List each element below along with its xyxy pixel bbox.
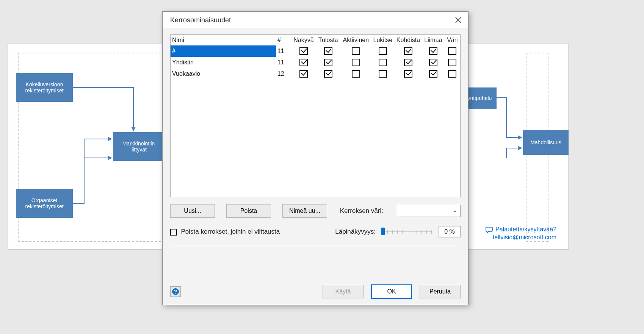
lock-checkbox[interactable] bbox=[379, 70, 387, 78]
separator bbox=[170, 246, 461, 246]
remove-unreferenced-label: Poista kerrokset, joihin ei viittausta bbox=[181, 228, 280, 235]
flow-box-label: yyntipuhelu bbox=[465, 95, 492, 101]
connector bbox=[496, 147, 526, 158]
flow-box-label: Kokeiluversioon rekisteröitymiset bbox=[17, 81, 71, 94]
col-visible[interactable]: Näkyvä bbox=[291, 35, 316, 45]
color-checkbox[interactable] bbox=[448, 47, 456, 55]
visible-checkbox[interactable] bbox=[299, 70, 308, 78]
flow-box-opportunity[interactable]: Mahdollisuus bbox=[523, 130, 569, 155]
row-name[interactable]: Vuokaavio bbox=[171, 68, 276, 80]
apply-button: Käytä bbox=[323, 285, 364, 298]
transparency-label: Läpinäkyvyys: bbox=[335, 228, 376, 236]
new-button[interactable]: Uusi... bbox=[170, 204, 215, 218]
glue-checkbox[interactable] bbox=[429, 59, 437, 66]
print-checkbox[interactable] bbox=[324, 59, 332, 66]
glue-checkbox[interactable] bbox=[429, 70, 437, 78]
connector bbox=[73, 158, 118, 207]
row-count[interactable]: 11 bbox=[276, 57, 291, 68]
lock-checkbox[interactable] bbox=[379, 59, 387, 66]
feedback-icon bbox=[486, 226, 494, 233]
snap-checkbox[interactable] bbox=[404, 47, 412, 55]
svg-text:?: ? bbox=[174, 289, 177, 295]
color-checkbox[interactable] bbox=[448, 59, 456, 66]
print-checkbox[interactable] bbox=[324, 47, 332, 55]
col-color[interactable]: Väri bbox=[445, 35, 460, 45]
transparency-value[interactable]: 0 % bbox=[439, 226, 461, 237]
row-name[interactable]: Yhdistin bbox=[171, 57, 276, 68]
remove-unreferenced-option[interactable]: Poista kerrokset, joihin ei viittausta bbox=[170, 228, 280, 236]
connector bbox=[73, 139, 118, 150]
snap-checkbox[interactable] bbox=[404, 59, 412, 66]
close-icon bbox=[455, 17, 461, 23]
column-headers: Nimi # Näkyvä Tulosta Aktiivinen Lukitse… bbox=[171, 35, 460, 45]
color-checkbox[interactable] bbox=[448, 70, 456, 78]
lock-checkbox[interactable] bbox=[379, 47, 387, 55]
row-name[interactable]: # bbox=[171, 45, 276, 57]
flow-box-trial[interactable]: Kokeiluversioon rekisteröitymiset bbox=[16, 73, 73, 102]
layer-color-combo[interactable] bbox=[397, 205, 461, 217]
layer-color-label: Kerroksen väri: bbox=[340, 207, 383, 215]
layer-properties-dialog: Kerrosominaisuudet Nimi # Näkyvä Tulosta bbox=[162, 11, 469, 305]
col-snap[interactable]: Kohdista bbox=[395, 35, 422, 45]
connector bbox=[73, 87, 141, 136]
flow-box-label: Mahdollisuus bbox=[530, 139, 561, 145]
layers-grid[interactable]: Nimi # Näkyvä Tulosta Aktiivinen Lukitse… bbox=[170, 34, 461, 197]
glue-checkbox[interactable] bbox=[429, 47, 437, 55]
table-row[interactable]: Vuokaavio12 bbox=[171, 68, 460, 80]
ok-button[interactable]: OK bbox=[371, 284, 412, 299]
connector bbox=[496, 97, 526, 143]
col-glue[interactable]: Liimaa bbox=[422, 35, 445, 45]
col-lock[interactable]: Lukitse bbox=[371, 35, 395, 45]
flow-box-marketing[interactable]: Markkinointiin liittyvät bbox=[113, 132, 164, 161]
table-row[interactable]: Yhdistin11 bbox=[171, 57, 460, 68]
delete-button[interactable]: Poista bbox=[226, 204, 271, 218]
help-icon: ? bbox=[172, 288, 179, 295]
active-checkbox[interactable] bbox=[352, 59, 360, 66]
feedback-link[interactable]: Palautetta/kysyttävää? tellvisio@microso… bbox=[486, 226, 556, 242]
row-count[interactable]: 11 bbox=[276, 45, 291, 57]
active-checkbox[interactable] bbox=[352, 47, 360, 55]
feedback-line2: tellvisio@microsoft.com bbox=[493, 234, 556, 240]
transparency-slider[interactable] bbox=[382, 228, 432, 236]
print-checkbox[interactable] bbox=[324, 70, 332, 78]
close-button[interactable] bbox=[454, 16, 463, 25]
snap-checkbox[interactable] bbox=[404, 70, 412, 78]
checkbox-icon bbox=[170, 229, 177, 236]
dialog-titlebar: Kerrosominaisuudet bbox=[163, 12, 468, 28]
feedback-line1: Palautetta/kysyttävää? bbox=[495, 226, 556, 233]
flow-box-label: Markkinointiin liittyvät bbox=[114, 140, 163, 153]
help-button[interactable]: ? bbox=[170, 286, 181, 297]
col-print[interactable]: Tulosta bbox=[316, 35, 341, 45]
col-name[interactable]: Nimi bbox=[171, 35, 276, 45]
rename-button[interactable]: Nimeä uu... bbox=[282, 204, 327, 218]
flow-box-organic[interactable]: Orgaaniset rekisteröitymiset bbox=[16, 189, 73, 218]
row-count[interactable]: 12 bbox=[276, 68, 291, 80]
col-active[interactable]: Aktiivinen bbox=[341, 35, 371, 45]
visible-checkbox[interactable] bbox=[299, 59, 308, 66]
col-count[interactable]: # bbox=[276, 35, 291, 45]
table-row[interactable]: #11 bbox=[171, 45, 460, 57]
dialog-title: Kerrosominaisuudet bbox=[170, 16, 231, 24]
cancel-button[interactable]: Peruuta bbox=[420, 285, 461, 298]
flow-box-label: Orgaaniset rekisteröitymiset bbox=[17, 197, 71, 209]
active-checkbox[interactable] bbox=[352, 70, 360, 78]
visible-checkbox[interactable] bbox=[299, 47, 308, 55]
slider-thumb[interactable] bbox=[381, 228, 385, 235]
